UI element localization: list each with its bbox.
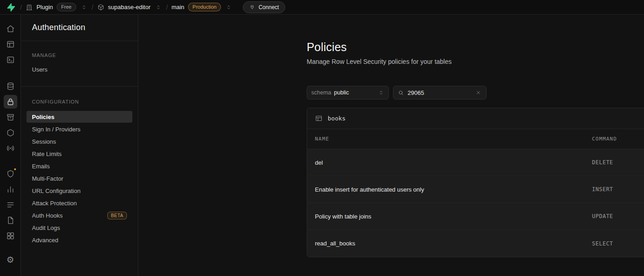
plan-badge: Free: [57, 3, 76, 11]
table-column-headers: NAME COMMAND: [307, 129, 644, 149]
table-editor-icon[interactable]: [4, 37, 17, 51]
search-input[interactable]: [408, 89, 471, 96]
authentication-icon[interactable]: [4, 95, 17, 109]
table-name: books: [328, 115, 346, 122]
section-label-configuration: CONFIGURATION: [32, 99, 127, 104]
realtime-icon[interactable]: [4, 141, 17, 155]
sidebar-item-label: Advanced: [32, 237, 58, 244]
sidebar-item-label: Sign In / Providers: [32, 126, 80, 133]
advisors-icon[interactable]: [4, 167, 17, 181]
project-icon: [97, 4, 105, 11]
logs-icon[interactable]: [4, 198, 17, 212]
policy-command-cell: SELECT: [592, 240, 613, 247]
breadcrumb-org[interactable]: Plugin Free: [26, 3, 76, 11]
sql-editor-icon[interactable]: [4, 53, 17, 67]
sidebar-item-url-configuration[interactable]: URL Configuration: [26, 185, 132, 197]
sidebar-divider: [21, 86, 138, 87]
sidebar-item-label: Emails: [32, 163, 50, 170]
clear-search-button[interactable]: [475, 89, 482, 96]
sidebar-item-users[interactable]: Users: [26, 63, 132, 75]
gear-glyph: ⚙: [6, 255, 14, 264]
storage-icon[interactable]: [4, 110, 17, 124]
org-name: Plugin: [37, 4, 53, 10]
plug-icon: [249, 4, 255, 10]
policy-command-cell: DELETE: [592, 159, 613, 166]
sidebar-item-sessions[interactable]: Sessions: [26, 135, 132, 147]
policy-search: [393, 86, 487, 99]
branch-switcher-button[interactable]: [225, 3, 233, 11]
sidebar-item-label: Auth Hooks: [32, 212, 63, 219]
policy-row: Enable insert for authenticated users on…: [307, 176, 644, 203]
column-header-name: NAME: [315, 136, 592, 142]
policy-command-cell: INSERT: [592, 186, 613, 193]
environment-badge: Production: [188, 3, 221, 11]
database-icon[interactable]: [4, 79, 17, 93]
project-name: supabase-editor: [108, 4, 151, 10]
policy-name-cell: Enable insert for authenticated users on…: [315, 186, 592, 193]
supabase-logo[interactable]: [5, 2, 16, 12]
filter-bar: schema public: [307, 86, 644, 99]
integrations-icon[interactable]: [4, 229, 17, 243]
breadcrumb-separator: /: [166, 4, 168, 11]
breadcrumb-project[interactable]: supabase-editor: [97, 4, 151, 11]
sidebar-item-rate-limits[interactable]: Rate Limits: [26, 148, 132, 160]
table-icon: [315, 115, 323, 122]
policy-command-cell: UPDATE: [592, 213, 613, 219]
sidebar-item-label: Multi-Factor: [32, 175, 63, 182]
sidebar-item-audit-logs[interactable]: Audit Logs: [26, 222, 132, 234]
nav-rail: ⚙: [0, 15, 21, 276]
auth-sidebar: Authentication MANAGE Users CONFIGURATIO…: [21, 15, 138, 276]
organization-icon: [26, 4, 33, 11]
org-switcher-button[interactable]: [80, 3, 88, 11]
policy-row: del DELETE: [307, 149, 644, 176]
page-title: Policies: [307, 41, 644, 54]
sidebar-item-emails[interactable]: Emails: [26, 160, 132, 172]
search-icon: [398, 89, 404, 96]
sidebar-item-advanced[interactable]: Advanced: [26, 234, 132, 246]
close-icon: [476, 90, 481, 95]
section-label-manage: MANAGE: [32, 52, 127, 58]
sidebar-item-label: Policies: [32, 114, 54, 120]
chevrons-up-down-icon: [155, 4, 162, 10]
sidebar-item-policies[interactable]: Policies: [26, 111, 132, 123]
chevrons-up-down-icon: [225, 4, 232, 10]
connect-button[interactable]: Connect: [243, 1, 285, 13]
column-header-command: COMMAND: [592, 136, 617, 142]
sidebar-item-auth-hooks[interactable]: Auth Hooks BETA: [26, 209, 132, 221]
page-subtitle: Manage Row Level Security policies for y…: [307, 58, 644, 65]
topbar: / Plugin Free / supabase-editor / main P…: [0, 0, 644, 15]
branch-name: main: [172, 4, 184, 10]
main-content: Policies Manage Row Level Security polic…: [138, 15, 644, 276]
policy-name-cell: read_all_books: [315, 240, 592, 247]
connect-label: Connect: [258, 4, 279, 10]
sidebar-item-multi-factor[interactable]: Multi-Factor: [26, 172, 132, 184]
policy-name-cell: Policy with table joins: [315, 213, 592, 220]
sidebar-item-label: Rate Limits: [32, 151, 62, 157]
sidebar-item-attack-protection[interactable]: Attack Protection: [26, 197, 132, 209]
policy-row: Policy with table joins UPDATE: [307, 203, 644, 230]
reports-icon[interactable]: [4, 182, 17, 196]
breadcrumb-separator: /: [92, 4, 94, 11]
breadcrumb-branch[interactable]: main Production: [172, 3, 221, 11]
policy-name-cell: del: [315, 159, 592, 166]
project-switcher-button[interactable]: [154, 3, 162, 11]
policies-table-card: books NAME COMMAND del DELETE Enable ins…: [307, 108, 644, 257]
schema-select[interactable]: schema public: [307, 86, 389, 99]
sidebar-item-label: Attack Protection: [32, 200, 77, 207]
table-card-header: books: [307, 108, 644, 129]
policy-row: read_all_books SELECT: [307, 230, 644, 257]
home-icon[interactable]: [4, 22, 17, 36]
sidebar-item-label: URL Configuration: [32, 187, 80, 194]
schema-select-label: schema: [311, 89, 331, 96]
edge-functions-icon[interactable]: [4, 126, 17, 140]
settings-icon[interactable]: ⚙: [4, 253, 17, 266]
schema-select-value: public: [334, 89, 349, 96]
chevrons-up-down-icon: [378, 89, 384, 96]
api-docs-icon[interactable]: [4, 214, 17, 227]
sidebar-item-sign-in-providers[interactable]: Sign In / Providers: [26, 123, 132, 135]
breadcrumb-separator: /: [20, 4, 22, 11]
beta-badge: BETA: [107, 212, 127, 219]
sidebar-item-label: Audit Logs: [32, 224, 60, 231]
sidebar-header: Authentication: [21, 15, 138, 41]
sidebar-item-label: Sessions: [32, 138, 56, 145]
